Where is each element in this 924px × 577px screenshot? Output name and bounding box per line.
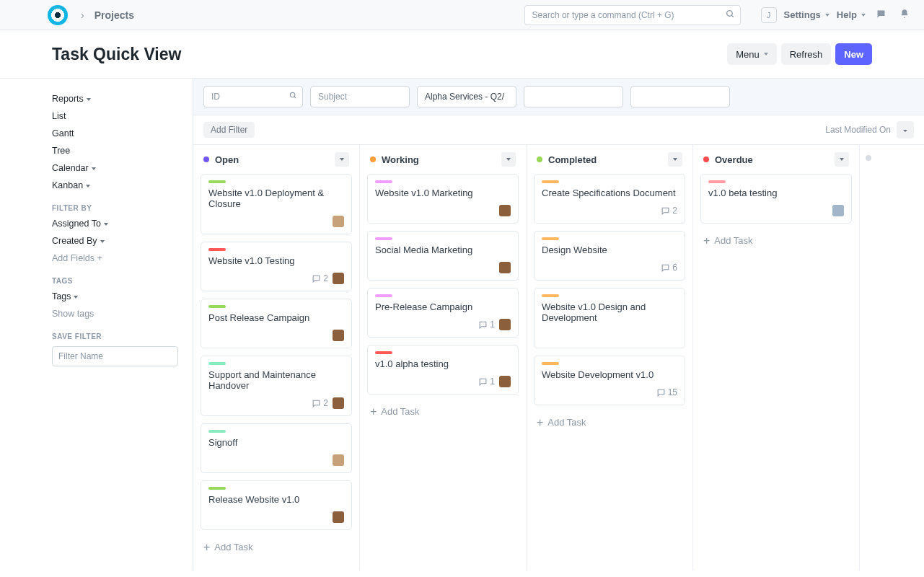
task-card[interactable]: Website v1.0 Testing 2 [201, 242, 352, 291]
plus-icon: + [203, 542, 210, 552]
assignee-avatar [499, 205, 511, 216]
status-dot [203, 157, 209, 162]
column-title: Open [215, 154, 239, 165]
sort-direction-toggle[interactable] [897, 121, 914, 138]
task-title: v1.0 beta testing [708, 188, 844, 198]
column-menu-button[interactable] [668, 152, 682, 167]
task-title: Website v1.0 Marketing [375, 188, 511, 198]
add-task-button[interactable]: +Add Task [700, 231, 852, 250]
sidebar-view-calendar[interactable]: Calendar [52, 159, 178, 177]
task-card[interactable]: Social Media Marketing [367, 231, 519, 281]
assignee-avatar [333, 397, 344, 409]
user-avatar-badge[interactable]: J [761, 7, 777, 23]
task-title: Support and Maintenance Handover [208, 369, 344, 391]
column-title: Completed [548, 154, 597, 165]
assignee-avatar [832, 205, 844, 216]
task-title: Pre-Release Campaign [375, 301, 511, 312]
assignee-avatar [333, 330, 344, 341]
plus-icon: + [703, 236, 710, 246]
more-columns-indicator [866, 155, 871, 161]
refresh-button[interactable]: Refresh [781, 43, 832, 65]
task-title: Create Specifications Document [542, 188, 677, 198]
comment-count: 2 [661, 206, 677, 216]
filter-project-input[interactable] [417, 86, 516, 107]
status-dot [370, 157, 376, 162]
bell-icon[interactable] [899, 9, 910, 21]
task-card[interactable]: Website v1.0 Marketing [367, 174, 519, 224]
column-menu-button[interactable] [335, 152, 349, 167]
filter-subject-input[interactable] [310, 86, 410, 107]
priority-pill [208, 180, 226, 183]
filter-by-heading: FILTER BY [52, 204, 178, 212]
comment-count: 1 [478, 320, 495, 330]
priority-pill [542, 237, 559, 240]
help-menu[interactable]: Help [837, 9, 866, 20]
show-tags-link[interactable]: Show tags [52, 305, 178, 322]
priority-pill [208, 248, 226, 251]
app-logo[interactable] [48, 5, 68, 25]
status-dot [703, 157, 709, 162]
global-search-input[interactable] [524, 5, 741, 25]
settings-menu[interactable]: Settings [784, 9, 830, 20]
task-card[interactable]: Post Release Campaign [201, 299, 352, 348]
column-menu-button[interactable] [835, 152, 849, 167]
task-title: Social Media Marketing [375, 245, 511, 255]
task-title: Website v1.0 Testing [208, 255, 344, 266]
priority-pill [208, 362, 226, 365]
new-button[interactable]: New [835, 43, 872, 65]
task-card[interactable]: Pre-Release Campaign 1 [367, 288, 519, 338]
filter-name-input[interactable] [52, 346, 178, 366]
filter-created-by[interactable]: Created By [52, 232, 178, 250]
task-card[interactable]: Create Specifications Document 2 [534, 174, 685, 224]
task-card[interactable]: Support and Maintenance Handover 2 [201, 356, 352, 416]
task-card[interactable]: v1.0 alpha testing 1 [367, 345, 519, 395]
task-card[interactable]: Website v1.0 Deployment & Closure [201, 174, 352, 234]
breadcrumb-projects[interactable]: Projects [94, 9, 134, 21]
task-title: Signoff [208, 437, 344, 448]
kanban-column-working: WorkingWebsite v1.0 MarketingSocial Medi… [360, 145, 527, 571]
chat-icon[interactable] [876, 9, 886, 22]
task-card[interactable]: v1.0 beta testing [700, 174, 852, 224]
sidebar-view-reports[interactable]: Reports [52, 90, 178, 107]
sidebar-view-tree[interactable]: Tree [52, 142, 178, 159]
column-title: Overdue [715, 154, 753, 165]
tags-dropdown[interactable]: Tags [52, 288, 178, 305]
task-card[interactable]: Release Website v1.0 [201, 480, 352, 530]
search-icon [289, 92, 297, 102]
column-menu-button[interactable] [501, 152, 516, 167]
comment-count: 2 [312, 273, 328, 283]
task-card[interactable]: Signoff [201, 423, 352, 473]
sidebar-view-gantt[interactable]: Gantt [52, 125, 178, 142]
task-card[interactable]: Website v1.0 Design and Development [534, 288, 685, 348]
column-title: Working [382, 154, 419, 165]
menu-button[interactable]: Menu [727, 43, 777, 65]
priority-pill [375, 237, 392, 240]
kanban-column-open: OpenWebsite v1.0 Deployment & ClosureWeb… [193, 145, 360, 571]
plus-icon: + [370, 407, 377, 417]
priority-pill [542, 362, 559, 365]
filter-extra-input-1[interactable] [524, 86, 623, 107]
task-title: Website Development v1.0 [542, 369, 677, 380]
priority-pill [375, 180, 392, 183]
priority-pill [375, 351, 392, 354]
sidebar-view-kanban[interactable]: Kanban [52, 177, 178, 194]
task-card[interactable]: Website Development v1.0 15 [534, 356, 685, 405]
add-task-button[interactable]: +Add Task [201, 537, 352, 557]
sidebar-view-list[interactable]: List [52, 107, 178, 125]
priority-pill [208, 305, 226, 308]
assignee-avatar [333, 273, 344, 284]
sort-label[interactable]: Last Modified On [825, 125, 891, 135]
assignee-avatar [499, 262, 511, 273]
add-fields-link[interactable]: Add Fields [52, 250, 178, 267]
assignee-avatar [333, 511, 344, 523]
priority-pill [375, 294, 392, 297]
filter-id-input[interactable] [203, 86, 303, 107]
task-title: Website v1.0 Deployment & Closure [208, 188, 344, 209]
add-filter-button[interactable]: Add Filter [203, 122, 255, 138]
filter-assigned-to[interactable]: Assigned To [52, 215, 178, 232]
priority-pill [708, 180, 726, 183]
filter-extra-input-2[interactable] [630, 86, 730, 107]
task-card[interactable]: Design Website 6 [534, 231, 685, 281]
add-task-button[interactable]: +Add Task [367, 402, 519, 421]
add-task-button[interactable]: +Add Task [534, 413, 685, 432]
